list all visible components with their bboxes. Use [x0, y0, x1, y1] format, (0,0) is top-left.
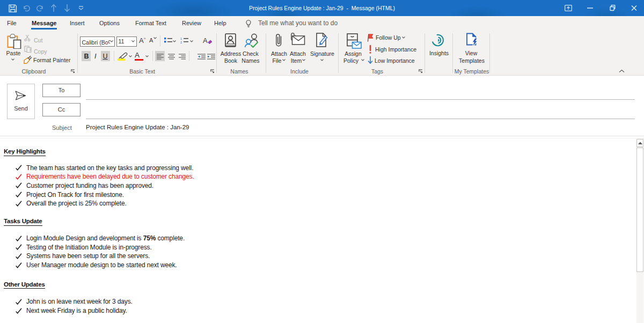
svg-text:1: 1 — [180, 37, 182, 40]
svg-text:2: 2 — [180, 41, 182, 44]
